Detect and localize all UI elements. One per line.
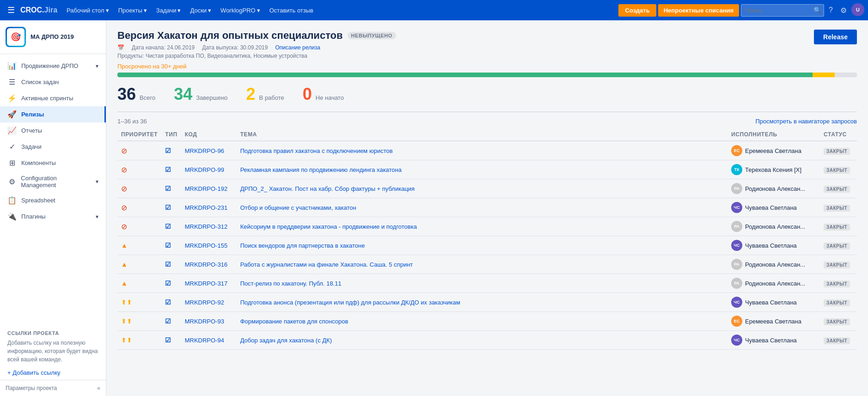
- sidebar-links-text: Добавить ссылку на полезную информацию, …: [7, 339, 98, 364]
- issue-code-link[interactable]: MRKDRPO-317: [185, 280, 227, 287]
- issue-theme-link[interactable]: Отбор и общение с участниками, хакатон: [240, 204, 356, 211]
- issue-theme-link[interactable]: Подготовка правил хакатона с подключение…: [240, 147, 393, 154]
- col-header-type: Тип: [161, 128, 181, 141]
- sidebar-item-1[interactable]: ☰ Список задач: [0, 74, 106, 90]
- settings-icon[interactable]: ⚙: [837, 3, 850, 18]
- nonproj-button[interactable]: Непроектные списания: [658, 4, 739, 17]
- issue-code-link[interactable]: MRKDRPO-231: [185, 204, 227, 211]
- assignee-name: Родионова Алексан...: [745, 261, 805, 268]
- priority-cell: ⬆⬆: [117, 293, 161, 312]
- status-cell: ЗАКРЫТ: [820, 274, 857, 293]
- version-title: Версия Хакатон для опытных специалистов: [117, 30, 343, 42]
- table-header-row: Приоритет Тип Код Тема Исполнитель Стату…: [117, 128, 857, 141]
- sidebar-item-8[interactable]: 📋 Spreadsheet: [0, 192, 106, 208]
- sidebar-footer[interactable]: Параметры проекта «: [0, 380, 106, 396]
- issues-body: ⊘ ☑ MRKDRPO-96 Подготовка правил хакатон…: [117, 141, 857, 350]
- sidebar-icon-3: 🚀: [7, 110, 17, 119]
- type-cell: ☑: [161, 274, 181, 293]
- table-meta: 1–36 из 36 Просмотреть в навигаторе запр…: [117, 118, 857, 125]
- issue-theme-link[interactable]: Формирование пакетов для спонсоров: [240, 318, 348, 325]
- issue-theme-link[interactable]: Рекламная кампания по продвижению лендин…: [240, 166, 402, 173]
- issue-code-link[interactable]: MRKDRPO-92: [185, 299, 224, 306]
- table-row: ⬆⬆ ☑ MRKDRPO-92 Подготовка анонса (презе…: [117, 293, 857, 312]
- sidebar-item-0[interactable]: 📊 Продвижение ДРПО ▾: [0, 58, 106, 74]
- stat-done: 34 Завершено: [174, 85, 227, 104]
- sidebar-item-5[interactable]: ✓ Задачи: [0, 139, 106, 155]
- nav-feedback[interactable]: Оставить отзыв: [266, 5, 317, 16]
- issue-code-link[interactable]: MRKDRPO-96: [185, 147, 224, 154]
- issues-table: Приоритет Тип Код Тема Исполнитель Стату…: [117, 128, 857, 350]
- nav-worklogpro[interactable]: WorklogPRO ▾: [217, 5, 264, 16]
- app-logo[interactable]: CROC.Jira: [20, 6, 57, 14]
- issue-code-link[interactable]: MRKDRPO-316: [185, 261, 227, 268]
- priority-icon: ⬆⬆: [121, 336, 132, 344]
- assignee-name: Родионова Алексан...: [745, 280, 805, 287]
- assignee-name: Еремеева Светлана: [745, 147, 801, 154]
- nav-projects[interactable]: Проекты ▾: [115, 5, 151, 16]
- priority-cell: ⊘: [117, 198, 161, 217]
- issue-code-link[interactable]: MRKDRPO-94: [185, 337, 224, 344]
- create-button[interactable]: Создать: [618, 4, 656, 17]
- sidebar-item-2[interactable]: ⚡ Активные спринты: [0, 90, 106, 106]
- issue-theme-link[interactable]: Кейсориум в преддверии хакатона - продви…: [240, 223, 417, 230]
- table-row: ⊘ ☑ MRKDRPO-99 Рекламная кампания по про…: [117, 160, 857, 179]
- hamburger-menu[interactable]: ☰: [4, 1, 18, 19]
- status-cell: ЗАКРЫТ: [820, 141, 857, 160]
- sidebar-item-7[interactable]: ⚙ Configuration Management ▾: [0, 171, 106, 192]
- sidebar-label-5: Задачи: [21, 143, 42, 150]
- issue-code-link[interactable]: MRKDRPO-93: [185, 318, 224, 325]
- nav-desktop[interactable]: Рабочий стол ▾: [63, 5, 113, 16]
- code-cell: MRKDRPO-316: [181, 255, 237, 274]
- theme-cell: Рекламная кампания по продвижению лендин…: [237, 160, 727, 179]
- main-content: Версия Хакатон для опытных специалистов …: [106, 20, 868, 396]
- view-in-navigator-link[interactable]: Просмотреть в навигаторе запросов: [755, 118, 857, 125]
- priority-cell: ⊘: [117, 160, 161, 179]
- description-link[interactable]: Описание релиза: [275, 44, 320, 51]
- nav-boards[interactable]: Доски ▾: [186, 5, 215, 16]
- code-cell: MRKDRPO-96: [181, 141, 237, 160]
- table-count: 1–36 из 36: [117, 118, 147, 125]
- assignee-info: ЧС Чуваева Светлана: [731, 240, 816, 251]
- sidebar-item-3[interactable]: 🚀 Релизы: [0, 106, 106, 122]
- issue-theme-link[interactable]: Подготовка анонса (презентация или пдф) …: [240, 299, 460, 306]
- stat-done-number: 34: [174, 85, 192, 104]
- issue-theme-link[interactable]: Работа с журналистами на финале Хакатона…: [240, 261, 413, 268]
- issue-code-link[interactable]: MRKDRPO-155: [185, 242, 227, 249]
- sidebar-item-9[interactable]: 🔌 Плагины ▾: [0, 208, 106, 225]
- status-badge: ЗАКРЫТ: [824, 318, 850, 325]
- issue-theme-link[interactable]: Пост-релиз по хакатону. Публ. 18.11: [240, 280, 342, 287]
- user-avatar[interactable]: U: [851, 3, 864, 16]
- logo-text: CROC.Jira: [20, 6, 57, 14]
- table-row: ⊘ ☑ MRKDRPO-312 Кейсориум в преддверии х…: [117, 217, 857, 236]
- status-badge: ЗАКРЫТ: [824, 243, 850, 250]
- priority-cell: ▲: [117, 274, 161, 293]
- sidebar-add-link[interactable]: + Добавить ссылку: [0, 366, 106, 380]
- stat-inprog-number: 2: [246, 85, 256, 104]
- sidebar-icon-0: 📊: [7, 61, 17, 70]
- sidebar-footer-label: Параметры проекта: [6, 385, 57, 391]
- type-cell: ☑: [161, 293, 181, 312]
- issue-code-link[interactable]: MRKDRPO-192: [185, 185, 227, 192]
- status-badge: ЗАКРЫТ: [824, 186, 850, 193]
- assignee-name: Родионова Алексан...: [745, 223, 805, 230]
- issue-code-link[interactable]: MRKDRPO-312: [185, 223, 227, 230]
- nav-tasks[interactable]: Задачи ▾: [153, 5, 185, 16]
- sidebar-item-4[interactable]: 📈 Отчеты: [0, 122, 106, 139]
- release-date: Дата выпуска: 30.09.2019: [202, 44, 268, 51]
- priority-icon: ▲: [121, 261, 128, 268]
- chevron-icon-9: ▾: [96, 213, 98, 220]
- table-row: ⬆⬆ ☑ MRKDRPO-93 Формирование пакетов для…: [117, 312, 857, 331]
- issue-theme-link[interactable]: Поиск вендоров для партнерства в хакатон…: [240, 242, 365, 249]
- assignee-cell: РА Родионова Алексан...: [727, 274, 820, 293]
- search-input[interactable]: [741, 4, 824, 17]
- issue-theme-link[interactable]: Добор задач для хакатона (с ДК): [240, 337, 332, 344]
- release-button[interactable]: Release: [814, 30, 857, 44]
- type-icon: ☑: [165, 242, 171, 249]
- issue-code-link[interactable]: MRKDRPO-99: [185, 166, 224, 173]
- help-icon[interactable]: ?: [826, 3, 836, 18]
- sidebar-item-6[interactable]: ⊞ Компоненты: [0, 155, 106, 171]
- theme-cell: ДРПО_2_ Хакатон. Пост на хабр. Сбор факт…: [237, 179, 727, 198]
- assignee-info: ЧС Чуваева Светлана: [731, 202, 816, 213]
- table-row: ▲ ☑ MRKDRPO-317 Пост-релиз по хакатону. …: [117, 274, 857, 293]
- issue-theme-link[interactable]: ДРПО_2_ Хакатон. Пост на хабр. Сбор факт…: [240, 185, 415, 192]
